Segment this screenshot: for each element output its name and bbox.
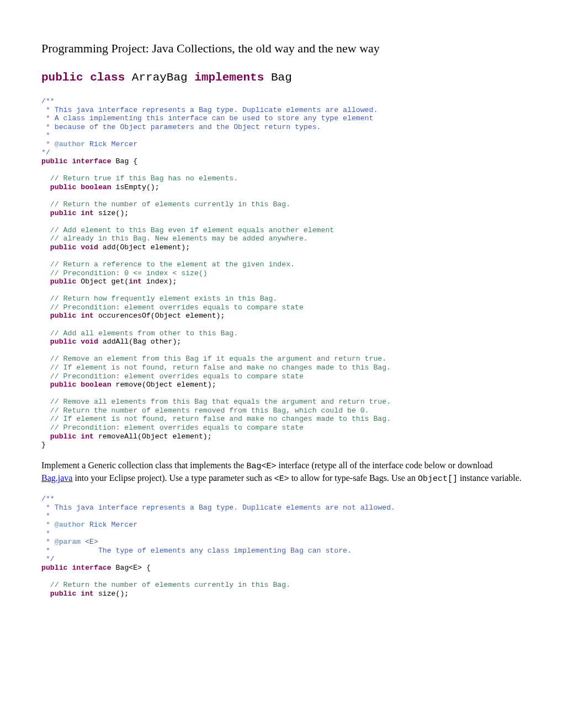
- code-block-bag-generic-interface: /** * This java interface represents a B…: [41, 495, 522, 598]
- page-title: Programming Project: Java Collections, t…: [41, 41, 522, 56]
- keyword-public: public: [41, 71, 83, 84]
- class-name: ArrayBag: [132, 71, 188, 84]
- bag-java-link[interactable]: Bag.java: [41, 473, 72, 483]
- keyword-class: class: [90, 71, 125, 84]
- instruction-paragraph: Implement a Generic collection class tha…: [41, 459, 522, 485]
- class-declaration: public class ArrayBag implements Bag: [41, 71, 522, 84]
- inline-code-bag-e: Bag<E>: [246, 462, 276, 471]
- interface-name: Bag: [271, 71, 292, 84]
- inline-code-object-array: Object[]: [418, 474, 458, 484]
- keyword-implements: implements: [194, 71, 264, 84]
- code-block-bag-interface: /** * This java interface represents a B…: [41, 97, 522, 449]
- inline-code-e: <E>: [274, 474, 289, 484]
